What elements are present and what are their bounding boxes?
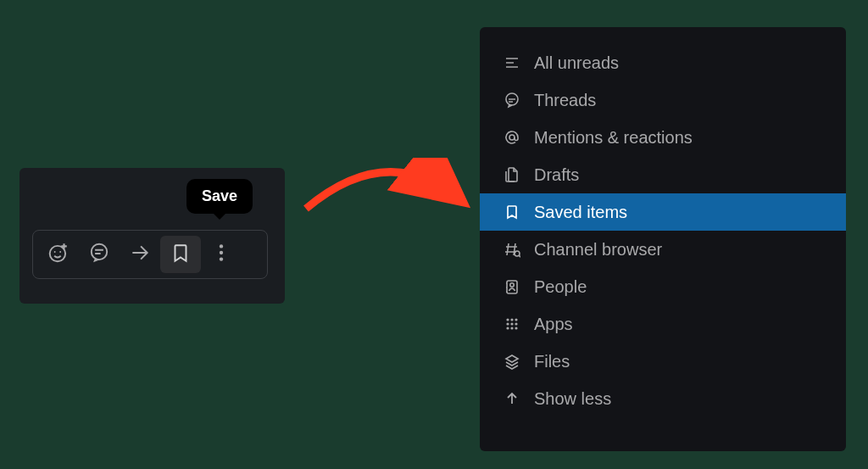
sidebar-item-label: Show less xyxy=(534,389,611,409)
threads-icon xyxy=(504,92,529,109)
files-icon xyxy=(504,353,529,370)
sidebar-item-channel-browser[interactable]: Channel browser xyxy=(480,231,846,268)
bookmark-icon xyxy=(170,242,192,267)
sidebar-item-saved[interactable]: Saved items xyxy=(480,193,846,231)
sidebar-item-label: All unreads xyxy=(534,53,619,73)
sidebar-item-label: Saved items xyxy=(534,203,627,222)
svg-point-12 xyxy=(506,318,509,321)
sidebar-item-label: Files xyxy=(534,352,570,371)
sidebar-panel: All unreads Threads Mentions & reactions… xyxy=(480,27,846,451)
arrow-up-icon xyxy=(504,390,529,407)
unreads-icon xyxy=(504,54,529,71)
svg-point-5 xyxy=(220,251,223,254)
message-action-bar xyxy=(32,230,268,279)
save-tooltip: Save xyxy=(186,179,253,214)
svg-point-19 xyxy=(510,327,513,329)
reply-thread-button[interactable] xyxy=(79,236,120,273)
emoji-add-icon xyxy=(47,242,70,267)
add-reaction-button[interactable] xyxy=(38,236,79,273)
svg-point-4 xyxy=(220,244,223,248)
bookmark-icon xyxy=(504,204,529,221)
svg-point-11 xyxy=(510,283,514,287)
svg-point-8 xyxy=(509,135,515,140)
thread-icon xyxy=(88,242,110,267)
svg-point-20 xyxy=(515,327,517,329)
tooltip-label: Save xyxy=(202,187,237,204)
more-actions-button[interactable] xyxy=(201,236,242,273)
sidebar-item-people[interactable]: People xyxy=(480,268,846,305)
sidebar-item-mentions[interactable]: Mentions & reactions xyxy=(480,119,846,156)
sidebar-item-label: Mentions & reactions xyxy=(534,128,693,148)
sidebar-item-label: People xyxy=(534,277,587,297)
svg-point-13 xyxy=(510,318,513,321)
sidebar-item-apps[interactable]: Apps xyxy=(480,305,846,343)
svg-point-1 xyxy=(54,251,56,253)
mention-icon xyxy=(504,129,529,146)
sidebar-item-files[interactable]: Files xyxy=(480,343,846,380)
share-button[interactable] xyxy=(120,236,160,273)
svg-point-18 xyxy=(506,327,509,329)
svg-point-3 xyxy=(92,244,107,260)
svg-point-2 xyxy=(59,251,61,253)
drafts-icon xyxy=(504,166,529,183)
share-arrow-icon xyxy=(129,242,151,267)
channel-browser-icon xyxy=(504,241,529,258)
sidebar-item-label: Channel browser xyxy=(534,240,662,260)
sidebar-item-show-less[interactable]: Show less xyxy=(480,380,846,417)
svg-point-6 xyxy=(220,257,223,260)
svg-point-16 xyxy=(510,322,513,325)
svg-point-0 xyxy=(50,246,65,261)
arrow-illustration xyxy=(302,158,471,234)
apps-icon xyxy=(504,315,529,332)
sidebar-item-drafts[interactable]: Drafts xyxy=(480,156,846,193)
save-button[interactable] xyxy=(160,236,201,273)
people-icon xyxy=(504,278,529,295)
sidebar-item-threads[interactable]: Threads xyxy=(480,81,846,119)
sidebar-item-all-unreads[interactable]: All unreads xyxy=(480,44,846,81)
svg-point-15 xyxy=(506,322,509,325)
svg-point-17 xyxy=(515,322,517,325)
sidebar-item-label: Drafts xyxy=(534,165,579,185)
sidebar-item-label: Threads xyxy=(534,91,596,110)
svg-point-14 xyxy=(515,318,517,321)
sidebar-item-label: Apps xyxy=(534,315,573,334)
svg-point-9 xyxy=(515,251,520,256)
more-vertical-icon xyxy=(210,242,232,267)
message-actions-panel: Save xyxy=(19,168,285,304)
